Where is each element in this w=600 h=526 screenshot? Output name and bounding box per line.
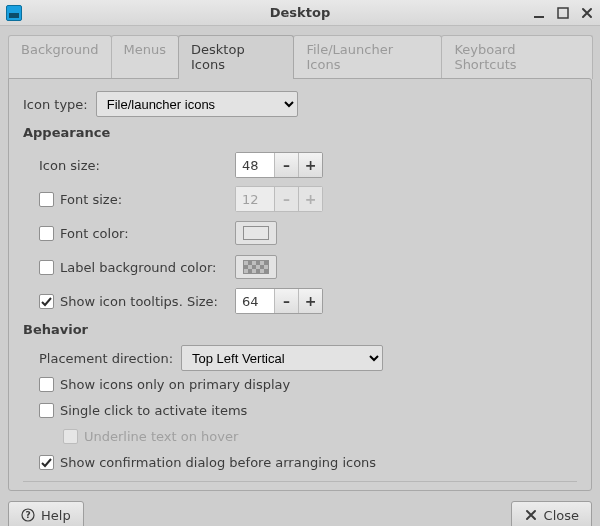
tab-keyboard-shortcuts[interactable]: Keyboard Shortcuts: [441, 35, 593, 79]
svg-text:?: ?: [25, 510, 30, 520]
underline-hover-label: Underline text on hover: [84, 429, 238, 444]
single-click-label: Single click to activate items: [60, 403, 247, 418]
tooltips-size-spinner[interactable]: 64 – +: [235, 288, 323, 314]
help-button[interactable]: ? Help: [8, 501, 84, 526]
confirm-arrange-label: Show confirmation dialog before arrangin…: [60, 455, 376, 470]
icon-size-spinner[interactable]: 48 – +: [235, 152, 323, 178]
close-button-icon: [524, 508, 538, 522]
tab-desktop-icons[interactable]: Desktop Icons: [178, 35, 294, 79]
tooltips-checkbox[interactable]: [39, 294, 54, 309]
help-button-label: Help: [41, 508, 71, 523]
underline-hover-checkbox: [63, 429, 78, 444]
label-bg-swatch: [243, 260, 269, 274]
font-size-increment: +: [298, 187, 322, 211]
close-button[interactable]: Close: [511, 501, 592, 526]
tab-bar: Background Menus Desktop Icons File/Laun…: [8, 34, 592, 78]
panel-separator: [23, 481, 577, 482]
tooltips-size-value[interactable]: 64: [236, 289, 274, 313]
label-bg-checkbox[interactable]: [39, 260, 54, 275]
close-button-label: Close: [544, 508, 579, 523]
font-size-spinner: 12 – +: [235, 186, 323, 212]
placement-select[interactable]: Top Left Vertical: [181, 345, 383, 371]
icon-type-label: Icon type:: [23, 97, 88, 112]
font-color-button[interactable]: [235, 221, 277, 245]
icon-size-label: Icon size:: [39, 158, 100, 173]
label-bg-label: Label background color:: [60, 260, 216, 275]
font-color-swatch: [243, 226, 269, 240]
tab-background[interactable]: Background: [8, 35, 112, 79]
icon-size-increment[interactable]: +: [298, 153, 322, 177]
font-size-value: 12: [236, 187, 274, 211]
font-color-checkbox[interactable]: [39, 226, 54, 241]
confirm-arrange-checkbox[interactable]: [39, 455, 54, 470]
window-title: Desktop: [0, 5, 600, 20]
single-click-checkbox[interactable]: [39, 403, 54, 418]
placement-label: Placement direction:: [39, 351, 173, 366]
icon-size-decrement[interactable]: –: [274, 153, 298, 177]
tab-menus[interactable]: Menus: [111, 35, 179, 79]
icon-size-value[interactable]: 48: [236, 153, 274, 177]
icon-type-select[interactable]: File/launcher icons: [96, 91, 298, 117]
font-size-checkbox[interactable]: [39, 192, 54, 207]
help-icon: ?: [21, 508, 35, 522]
font-color-label: Font color:: [60, 226, 129, 241]
behavior-heading: Behavior: [23, 322, 577, 337]
primary-display-label: Show icons only on primary display: [60, 377, 290, 392]
tooltips-size-decrement[interactable]: –: [274, 289, 298, 313]
label-bg-button[interactable]: [235, 255, 277, 279]
primary-display-checkbox[interactable]: [39, 377, 54, 392]
tooltips-label: Show icon tooltips. Size:: [60, 294, 218, 309]
appearance-heading: Appearance: [23, 125, 577, 140]
dialog-footer: ? Help Close: [0, 491, 600, 526]
tab-file-launcher-icons[interactable]: File/Launcher Icons: [293, 35, 442, 79]
font-size-decrement: –: [274, 187, 298, 211]
tab-panel-desktop-icons: Icon type: File/launcher icons Appearanc…: [8, 78, 592, 491]
font-size-label: Font size:: [60, 192, 122, 207]
tooltips-size-increment[interactable]: +: [298, 289, 322, 313]
window-titlebar: Desktop: [0, 0, 600, 26]
